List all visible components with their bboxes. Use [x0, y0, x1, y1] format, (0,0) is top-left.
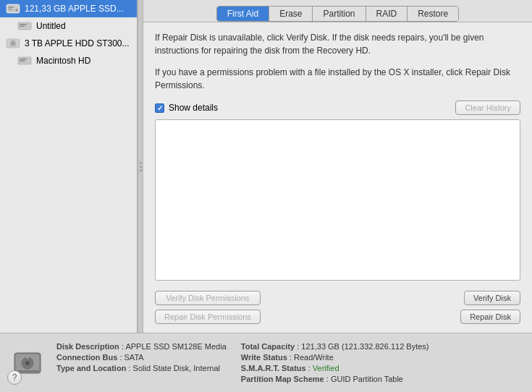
connection-bus-row: Connection Bus : SATA [56, 353, 227, 362]
type-location-row: Type and Location : Solid State Disk, In… [56, 364, 227, 372]
tab-first-aid[interactable]: First Aid [217, 7, 269, 21]
svg-point-11 [12, 40, 14, 41]
bottom-area: Disk Description : APPLE SSD SM128E Medi… [0, 333, 532, 392]
sidebar: 121,33 GB APPLE SSD... Untitled 3 TB APP… [0, 0, 138, 333]
verify-disk-permissions-button[interactable]: Verify Disk Permissions [155, 291, 261, 305]
repair-disk-button[interactable]: Repair Disk [460, 310, 520, 324]
sidebar-item-untitled[interactable]: Untitled [0, 17, 137, 35]
ssd-icon [6, 3, 20, 14]
sidebar-item-macintosh-hd-label: Macintosh HD [36, 56, 90, 66]
hdd-icon-large [6, 38, 20, 49]
svg-rect-2 [8, 7, 14, 8]
sidebar-resize-handle[interactable] [138, 0, 143, 333]
sidebar-item-apple-hdd-label: 3 TB APPLE HDD ST300... [25, 38, 130, 48]
show-details-checkbox[interactable] [155, 103, 164, 113]
write-status-value: Read/Write [294, 353, 334, 362]
disk-description-value: APPLE SSD SM128E Media [125, 342, 226, 351]
tab-erase[interactable]: Erase [269, 7, 313, 21]
tab-raid[interactable]: RAID [366, 7, 408, 21]
show-details-label: Show details [169, 103, 218, 113]
smart-status-row: S.M.A.R.T. Status : Verified [241, 364, 429, 372]
write-status-row: Write Status : Read/Write [241, 353, 429, 362]
log-area [155, 119, 520, 281]
connection-bus-value: SATA [124, 353, 144, 362]
disk-description-row: Disk Description : APPLE SSD SM128E Medi… [56, 342, 227, 351]
partition-map-value: GUID Partition Table [331, 375, 403, 383]
info-col-right: Total Capacity : 121,33 GB (121.332.826.… [241, 342, 429, 383]
type-location-value: Solid State Disk, Internal [133, 364, 220, 372]
svg-point-4 [16, 9, 18, 12]
svg-point-18 [25, 361, 30, 365]
total-capacity-value: 121,33 GB (121.332.826.112 Bytes) [301, 342, 428, 351]
type-location-label: Type and Location [56, 364, 126, 372]
svg-rect-13 [20, 59, 27, 60]
content-area: First Aid Erase Partition RAID Restore I… [143, 0, 532, 333]
partition-map-row: Partition Map Scheme : GUID Partition Ta… [241, 375, 429, 383]
sidebar-item-apple-ssd-label: 121,33 GB APPLE SSD... [25, 4, 124, 14]
volume-icon-macintosh [17, 55, 32, 67]
tab-restore[interactable]: Restore [408, 7, 458, 21]
action-buttons: Verify Disk Permissions Repair Disk Perm… [155, 291, 520, 324]
partition-map-label: Partition Map Scheme [241, 375, 324, 383]
smart-status-label: S.M.A.R.T. Status [241, 364, 306, 372]
disk-description-label: Disk Description [56, 342, 119, 351]
info-col-left: Disk Description : APPLE SSD SM128E Medi… [56, 342, 227, 383]
show-details-row: Show details Clear History [155, 101, 520, 115]
description-text-1: If Repair Disk is unavailable, click Ver… [155, 31, 520, 57]
svg-rect-20 [16, 370, 39, 372]
description-text-2: If you have a permissions problem with a… [155, 66, 520, 92]
sidebar-item-apple-hdd[interactable]: 3 TB APPLE HDD ST300... [0, 35, 137, 52]
svg-rect-14 [20, 61, 25, 62]
svg-rect-3 [8, 9, 12, 10]
sidebar-item-apple-ssd[interactable]: 121,33 GB APPLE SSD... [0, 0, 137, 17]
verify-disk-button[interactable]: Verify Disk [464, 291, 520, 305]
action-buttons-right: Verify Disk Repair Disk [460, 291, 520, 324]
info-columns: Disk Description : APPLE SSD SM128E Medi… [56, 342, 522, 383]
sidebar-item-macintosh-hd[interactable]: Macintosh HD [0, 52, 137, 69]
write-status-label: Write Status [241, 353, 287, 362]
help-button[interactable]: ? [7, 370, 22, 385]
resize-dots [140, 162, 142, 171]
first-aid-panel: If Repair Disk is unavailable, click Ver… [143, 22, 532, 333]
action-buttons-left: Verify Disk Permissions Repair Disk Perm… [155, 291, 261, 324]
total-capacity-label: Total Capacity [241, 342, 295, 351]
volume-icon-untitled [17, 20, 32, 32]
tab-group: First Aid Erase Partition RAID Restore [216, 6, 459, 22]
tabs-bar: First Aid Erase Partition RAID Restore [143, 0, 532, 22]
svg-rect-6 [20, 24, 27, 25]
info-bar: Disk Description : APPLE SSD SM128E Medi… [0, 333, 532, 392]
total-capacity-row: Total Capacity : 121,33 GB (121.332.826.… [241, 342, 429, 351]
tab-partition[interactable]: Partition [313, 7, 366, 21]
svg-point-19 [27, 357, 29, 359]
smart-status-value: Verified [313, 364, 339, 372]
show-details-left: Show details [155, 103, 218, 113]
svg-rect-7 [20, 26, 25, 27]
svg-point-10 [12, 43, 14, 45]
connection-bus-label: Connection Bus [56, 353, 117, 362]
clear-history-button[interactable]: Clear History [455, 101, 520, 115]
repair-disk-permissions-button[interactable]: Repair Disk Permissions [155, 310, 261, 324]
sidebar-item-untitled-label: Untitled [36, 21, 66, 31]
